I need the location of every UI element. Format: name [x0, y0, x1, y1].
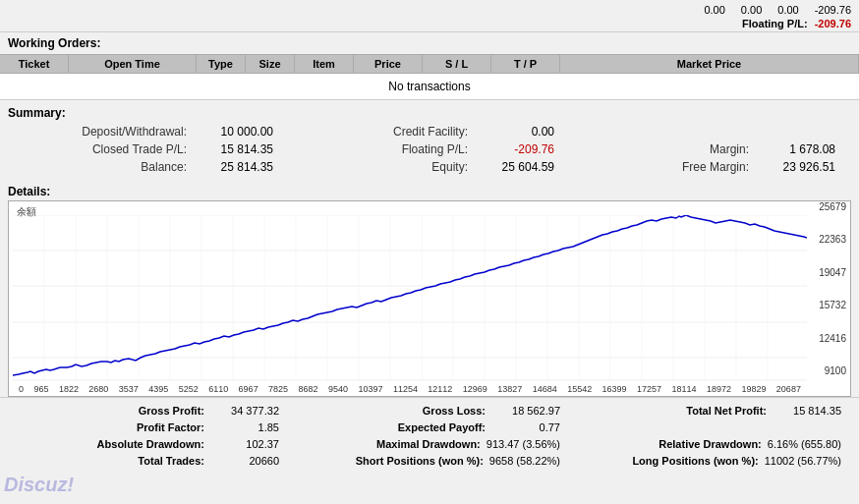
summary-row-freemargin: Free Margin: 23 926.51	[570, 159, 851, 175]
stats-max-drawdown: Maximal Drawdown: 913.47 (3.56%)	[289, 437, 570, 451]
col-marketprice: Market Price	[560, 55, 859, 73]
y-label-3: 15732	[819, 300, 846, 310]
summary-row-credit: Credit Facility: 0.00	[289, 124, 570, 140]
working-orders-label: Working Orders:	[0, 31, 859, 54]
stats-total-trades: Total Trades: 20660	[8, 454, 289, 468]
summary-row-closedpl: Closed Trade P/L: 15 814.35	[8, 141, 289, 157]
stats-empty	[570, 420, 851, 434]
floating-pl-row: Floating P/L: -209.76	[8, 18, 851, 29]
summary-row-deposit: Deposit/Withdrawal: 10 000.00	[8, 124, 289, 140]
floating-pl-value: -209.76	[815, 18, 851, 29]
top-bar: 0.00 0.00 0.00 -209.76 Floating P/L: -20…	[0, 0, 859, 31]
summary-row-equity: Equity: 25 604.59	[289, 159, 570, 175]
col-size: Size	[246, 55, 295, 73]
col-type: Type	[197, 55, 246, 73]
summary-section: Summary: Deposit/Withdrawal: 10 000.00 C…	[0, 100, 859, 181]
col-opentime: Open Time	[69, 55, 197, 73]
stats-gross-loss: Gross Loss: 18 562.97	[289, 404, 570, 418]
summary-row-balance: Balance: 25 814.35	[8, 159, 289, 175]
chart-x-labels: 0 965 1822 2680 3537 4395 5252 6110 6967…	[19, 384, 801, 394]
stats-gross-profit: Gross Profit: 34 377.32	[8, 404, 289, 418]
col-item: Item	[295, 55, 354, 73]
stats-expected-payoff: Expected Payoff: 0.77	[289, 420, 570, 434]
watermark: Discuz!	[4, 474, 74, 496]
y-label-0: 25679	[819, 201, 846, 212]
chart-container: 余額 25679 22363 19047 15732 12416 9100	[8, 200, 851, 397]
stats-rel-drawdown: Relative Drawdown: 6.16% (655.80)	[570, 437, 851, 451]
stats-profit-factor: Profit Factor: 1.85	[8, 420, 289, 434]
stats-short-positions: Short Positions (won %): 9658 (58.22%)	[289, 454, 570, 468]
col-sl: S / L	[423, 55, 491, 73]
top-numbers: 0.00 0.00 0.00 -209.76	[8, 4, 851, 16]
details-section: Details: 余額 25679 22363 19047 15732 1241…	[0, 181, 859, 397]
stats-abs-drawdown: Absolute Drawdown: 102.37	[8, 437, 289, 451]
table-header: Ticket Open Time Type Size Item Price S …	[0, 54, 859, 74]
summary-row-floatingpl: Floating P/L: -209.76	[289, 141, 570, 157]
no-transactions-row: No transactions	[0, 74, 859, 100]
y-label-5: 9100	[825, 365, 846, 376]
num3: 0.00	[777, 4, 798, 16]
col-price: Price	[354, 55, 423, 73]
col-ticket: Ticket	[0, 55, 69, 73]
chart-y-labels: 25679 22363 19047 15732 12416 9100	[819, 201, 846, 376]
summary-row-empty	[570, 124, 851, 140]
chart-svg	[13, 215, 807, 394]
num2: 0.00	[741, 4, 762, 16]
col-tp: T / P	[491, 55, 560, 73]
details-title: Details:	[8, 185, 851, 198]
summary-row-margin: Margin: 1 678.08	[570, 141, 851, 157]
y-label-1: 22363	[819, 234, 846, 245]
summary-title: Summary:	[8, 106, 851, 120]
y-label-2: 19047	[819, 267, 846, 278]
floating-pl-label: Floating P/L:	[742, 18, 808, 29]
stats-section: Gross Profit: 34 377.32 Profit Factor: 1…	[0, 397, 859, 472]
num1: 0.00	[704, 4, 724, 16]
num4: -209.76	[815, 4, 851, 16]
stats-long-positions: Long Positions (won %): 11002 (56.77%)	[570, 454, 851, 468]
y-label-4: 12416	[819, 333, 846, 344]
stats-total-net: Total Net Profit: 15 814.35	[570, 404, 851, 418]
